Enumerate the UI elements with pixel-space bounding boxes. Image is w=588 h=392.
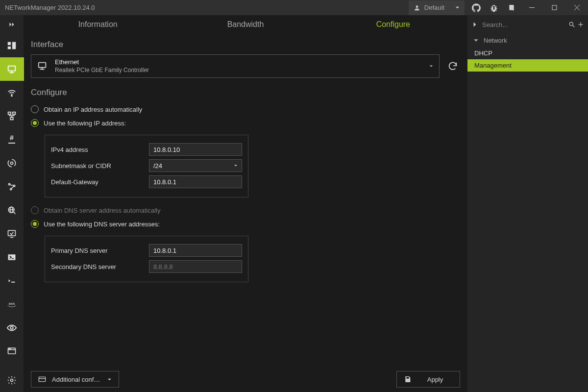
search-icon[interactable] — [568, 21, 575, 28]
rail-dashboard[interactable] — [0, 34, 24, 57]
configure-heading: Configure — [31, 88, 460, 98]
svg-point-32 — [9, 349, 10, 349]
svg-rect-7 — [8, 47, 11, 49]
card-icon — [38, 376, 46, 383]
svg-line-24 — [13, 212, 15, 214]
chevron-down-icon — [473, 38, 479, 43]
add-icon[interactable] — [577, 21, 584, 28]
category-network[interactable]: Network — [467, 34, 588, 47]
rail-powershell[interactable] — [0, 245, 24, 269]
gateway-label: Default-Gateway — [51, 178, 149, 186]
svg-point-34 — [11, 379, 13, 382]
rail-dns-lookup[interactable] — [0, 198, 24, 222]
interface-name: Ethernet — [55, 58, 149, 66]
radio-dns-auto[interactable]: Obtain DNS server address automatically — [31, 206, 460, 214]
rail-web-console[interactable] — [0, 340, 24, 363]
svg-line-41 — [573, 25, 575, 27]
interface-select[interactable]: Ethernet Realtek PCIe GbE Family Control… — [31, 54, 440, 78]
profile-item-management[interactable]: Management — [467, 59, 588, 72]
additional-config-label: Additional config... — [52, 376, 101, 383]
titlebar: NETworkManager 2022.10.24.0 Default — [0, 0, 588, 15]
svg-text:#: # — [10, 134, 14, 142]
docs-link[interactable] — [503, 0, 520, 15]
tab-configure[interactable]: Configure — [319, 15, 467, 34]
rail-port-scanner[interactable]: # — [0, 128, 24, 151]
save-icon — [404, 375, 412, 383]
svg-rect-14 — [10, 118, 13, 120]
collapse-panel-icon[interactable] — [471, 22, 478, 27]
window-maximize[interactable] — [543, 0, 565, 15]
radio-selected-icon — [31, 119, 39, 127]
rail-traceroute[interactable] — [0, 175, 24, 198]
search-input[interactable] — [480, 18, 566, 31]
rail-aws[interactable]: aws — [0, 293, 24, 316]
svg-rect-6 — [12, 42, 16, 49]
svg-point-19 — [13, 185, 15, 187]
dns-fields: Primary DNS server Secondary DNS server — [45, 236, 248, 282]
svg-rect-8 — [8, 66, 16, 71]
right-panel: Network DHCP Management — [467, 15, 588, 392]
apply-label: Apply — [417, 376, 453, 383]
radio-ip-auto-label: Obtain an IP address automatically — [44, 106, 142, 113]
radio-dns-manual[interactable]: Use the following DNS server addresses: — [31, 220, 460, 228]
additional-config-button[interactable]: Additional config... — [31, 371, 119, 388]
svg-rect-25 — [8, 230, 16, 236]
github-link[interactable] — [467, 0, 485, 15]
radio-selected-icon — [31, 220, 39, 228]
interface-heading: Interface — [31, 40, 460, 49]
rail-ip-scanner[interactable] — [0, 104, 24, 128]
app-title: NETworkManager 2022.10.24.0 — [5, 4, 95, 11]
rail-settings[interactable] — [0, 368, 24, 392]
window-close[interactable] — [565, 0, 588, 15]
ip-fields: IPv4 address Subnetmask or CIDR /24 Defa… — [45, 135, 248, 197]
svg-point-18 — [8, 183, 10, 185]
radio-ip-auto[interactable]: Obtain an IP address automatically — [31, 105, 460, 113]
rail-network-interface[interactable] — [0, 57, 24, 81]
rail-wifi[interactable] — [0, 81, 24, 104]
refresh-button[interactable] — [445, 59, 460, 74]
subnet-label: Subnetmask or CIDR — [51, 162, 149, 170]
dns-secondary-input[interactable] — [149, 260, 242, 273]
svg-point-17 — [11, 162, 13, 165]
footer: Additional config... Apply — [24, 367, 467, 392]
svg-point-29 — [10, 326, 13, 329]
monitor-icon — [37, 61, 48, 72]
subnet-select[interactable]: /24 — [149, 159, 242, 172]
profile-item-dhcp[interactable]: DHCP — [467, 47, 588, 59]
window-minimize[interactable] — [520, 0, 543, 15]
ipv4-input[interactable] — [149, 143, 242, 156]
rail-tigervnc[interactable] — [0, 316, 24, 340]
profile-label: Default — [424, 4, 444, 11]
svg-rect-2 — [552, 5, 557, 10]
svg-rect-5 — [8, 42, 11, 45]
rail-ping-monitor[interactable] — [0, 151, 24, 175]
tab-information[interactable]: Information — [24, 15, 172, 34]
svg-point-33 — [10, 349, 10, 349]
category-label: Network — [484, 37, 507, 44]
apply-button[interactable]: Apply — [396, 371, 460, 388]
ipv4-label: IPv4 address — [51, 146, 149, 153]
radio-ip-manual[interactable]: Use the following IP address: — [31, 119, 460, 127]
svg-rect-12 — [8, 112, 11, 115]
bug-link[interactable] — [485, 0, 503, 15]
radio-ip-manual-label: Use the following IP address: — [44, 120, 126, 127]
dns-primary-label: Primary DNS server — [51, 247, 149, 254]
rail-remote-desktop[interactable] — [0, 222, 24, 245]
svg-rect-35 — [39, 63, 46, 68]
rail-expand[interactable] — [0, 15, 24, 34]
svg-point-0 — [416, 5, 418, 8]
chevron-down-icon — [234, 164, 238, 168]
profile-dropdown[interactable]: Default — [409, 0, 465, 15]
dns-primary-input[interactable] — [149, 244, 242, 257]
radio-dns-auto-label: Obtain DNS server address automatically — [44, 207, 160, 214]
tabstrip: Information Bandwidth Configure — [24, 15, 467, 34]
rail-putty[interactable] — [0, 269, 24, 293]
interface-desc: Realtek PCIe GbE Family Controller — [55, 67, 149, 74]
tab-bandwidth[interactable]: Bandwidth — [172, 15, 319, 34]
gateway-input[interactable] — [149, 175, 242, 188]
nav-rail: # aws — [0, 15, 24, 392]
user-icon — [414, 4, 420, 11]
radio-dns-manual-label: Use the following DNS server addresses: — [44, 220, 160, 228]
chevron-down-icon — [107, 377, 112, 382]
svg-rect-13 — [13, 112, 16, 115]
